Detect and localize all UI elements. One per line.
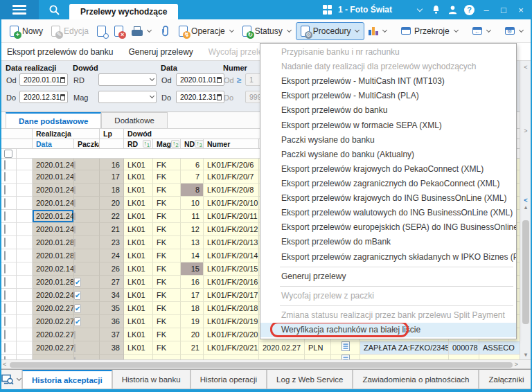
cell-mag[interactable]: FK xyxy=(153,302,181,315)
cell-nd[interactable]: 11 xyxy=(181,210,204,223)
cell-data[interactable]: 2020.01.28 xyxy=(33,249,74,262)
paczka-checkbox[interactable] xyxy=(74,225,76,234)
cell-nd[interactable]: 15 xyxy=(181,262,204,276)
calendar-icon[interactable] xyxy=(217,77,222,83)
cell-waluta[interactable]: PLN xyxy=(305,341,331,355)
paczka-checkbox[interactable] xyxy=(74,212,76,221)
cell-icon[interactable] xyxy=(331,341,360,355)
cell-rd[interactable]: LK01 xyxy=(124,236,153,249)
new-button[interactable]: + Nowy xyxy=(6,23,47,39)
cell-mag[interactable]: FK xyxy=(153,289,181,302)
cell-rd[interactable]: LK01 xyxy=(124,328,153,341)
cell-data-dowodu[interactable] xyxy=(259,355,305,359)
menu-item[interactable]: Eksport przelewów zagranicznych do Pekao… xyxy=(260,177,516,191)
cell-rd[interactable]: LK01 xyxy=(124,159,153,170)
paczka-checkbox[interactable]: ✔ xyxy=(74,304,81,313)
statuses-button[interactable]: ↻ Statusy xyxy=(238,23,296,39)
menu-item[interactable]: Eksport przelewów w formacie SEPA (XML) xyxy=(260,118,516,133)
cell-lp[interactable]: 23 xyxy=(100,236,124,249)
cell-rd[interactable] xyxy=(124,355,153,359)
calendar-icon[interactable] xyxy=(60,94,65,100)
row-checkbox[interactable] xyxy=(4,290,6,300)
menu-item[interactable]: Eksport przelewów - MultiCash (PLA) xyxy=(260,89,516,103)
cell-data[interactable]: 2020.02.24 xyxy=(33,289,74,302)
operations-button[interactable]: ↯ Operacje xyxy=(175,23,238,39)
table-row[interactable] xyxy=(0,355,532,359)
cell-paczka[interactable] xyxy=(74,159,100,170)
row-checkbox[interactable] xyxy=(4,211,6,221)
data-realizacji-do-field[interactable]: 2020.12.31 xyxy=(19,91,68,103)
footer-tab[interactable]: Log z Web Service xyxy=(267,370,353,389)
cell-nd[interactable]: 14 xyxy=(181,249,204,262)
cell-waluta[interactable] xyxy=(305,355,331,359)
paczka-checkbox[interactable] xyxy=(74,161,76,170)
view-tab-inactive[interactable]: Dodatkowe xyxy=(101,112,168,128)
cell-mag[interactable]: FK xyxy=(153,170,181,184)
cell-data[interactable]: 2020.02.27 xyxy=(33,302,74,315)
attachments-button[interactable] xyxy=(156,23,175,39)
cell-rd[interactable]: LK01 xyxy=(124,223,153,236)
dowod-mag-select[interactable] xyxy=(98,91,157,103)
cell-mag[interactable]: FK xyxy=(153,223,181,236)
cell-lp[interactable]: 17 xyxy=(100,170,124,184)
cell-mag[interactable]: FK xyxy=(153,341,181,355)
cell-data[interactable] xyxy=(33,355,74,359)
cell-lp[interactable]: 35 xyxy=(100,302,124,315)
panel-left-button[interactable]: ← xyxy=(468,24,495,37)
vertical-scrollbar-thumb[interactable] xyxy=(522,220,529,324)
table-row[interactable]: 2020.02.2738LK01FK21LK01/FK/20/212020.02… xyxy=(0,341,532,355)
cell-paczka[interactable] xyxy=(74,210,100,223)
paczka-checkbox[interactable] xyxy=(74,251,76,260)
procedures-button[interactable]: ⚙ Procedury xyxy=(296,22,365,40)
cell-data[interactable]: 2020.02.27 xyxy=(33,328,74,341)
close-button[interactable]: × xyxy=(515,5,526,15)
cell-paczka[interactable]: ✔ xyxy=(74,315,100,328)
cell-paczka[interactable] xyxy=(74,249,100,262)
column-header-rd[interactable]: RD↑1 xyxy=(124,139,153,149)
dowod-rd-select[interactable] xyxy=(98,73,157,86)
cell-data[interactable]: 2020.01.24 xyxy=(33,184,74,197)
cell-nd[interactable]: 12 xyxy=(181,223,204,236)
cell-lp[interactable]: 18 xyxy=(100,184,124,197)
cell-mag[interactable]: FK xyxy=(153,276,181,289)
cell-numer[interactable]: LK01/FK/20/6 xyxy=(204,159,259,170)
row-checkbox[interactable] xyxy=(4,264,6,274)
hamburger-menu-button[interactable] xyxy=(0,0,39,19)
cell-numer[interactable] xyxy=(204,355,259,359)
action-link[interactable]: Generuj przelewy xyxy=(128,47,193,57)
cell-mag[interactable]: FK xyxy=(153,236,181,249)
row-checkbox[interactable] xyxy=(4,238,6,247)
row-checkbox[interactable] xyxy=(4,172,6,181)
row-checkbox[interactable] xyxy=(4,317,6,326)
company-selector[interactable]: 1 - Foto Świat xyxy=(338,5,392,15)
scroll-down-button[interactable]: ▾ xyxy=(520,351,531,358)
cell-paczka[interactable] xyxy=(74,341,100,355)
horizontal-scrollbar[interactable]: < > xyxy=(1,359,531,369)
cell-mag[interactable] xyxy=(153,355,181,359)
cell-mag[interactable]: FK xyxy=(153,184,181,197)
cell-lp[interactable]: 27 xyxy=(100,276,124,289)
paczka-checkbox[interactable] xyxy=(74,330,76,339)
column-header-nd[interactable]: ND↑3 xyxy=(181,139,204,149)
cell-numer[interactable]: LK01/FK/20/13 xyxy=(204,236,259,249)
footer-search-tool-button[interactable] xyxy=(1,370,22,389)
cell-mag[interactable]: FK xyxy=(153,210,181,223)
menu-item[interactable]: Eksport przelewów krajowych do PekaoConn… xyxy=(260,162,516,177)
cell-lp[interactable]: 26 xyxy=(100,262,124,276)
cell-paczka[interactable] xyxy=(74,328,100,341)
preview-button[interactable] xyxy=(93,23,110,39)
cell-data-dowodu[interactable]: 2020.02.27 xyxy=(259,341,305,355)
cell-nd[interactable]: 16 xyxy=(181,276,204,289)
cell-numer[interactable]: LK01/FK/20/7 xyxy=(204,170,259,184)
cell-data[interactable]: 2020.02.27 xyxy=(33,341,74,355)
print-button[interactable] xyxy=(127,24,156,39)
user-icon[interactable] xyxy=(447,5,458,15)
cell-numer[interactable]: LK01/FK/20/14 xyxy=(204,249,259,262)
cell-rd[interactable]: LK01 xyxy=(124,170,153,184)
row-checkbox[interactable] xyxy=(4,160,6,170)
calendar-icon[interactable] xyxy=(60,77,65,83)
cell-lp[interactable]: 22 xyxy=(100,210,124,223)
cell-nd[interactable]: 19 xyxy=(181,315,204,328)
views-button[interactable]: Przekroje xyxy=(397,24,463,39)
cell-mag[interactable]: FK xyxy=(153,328,181,341)
